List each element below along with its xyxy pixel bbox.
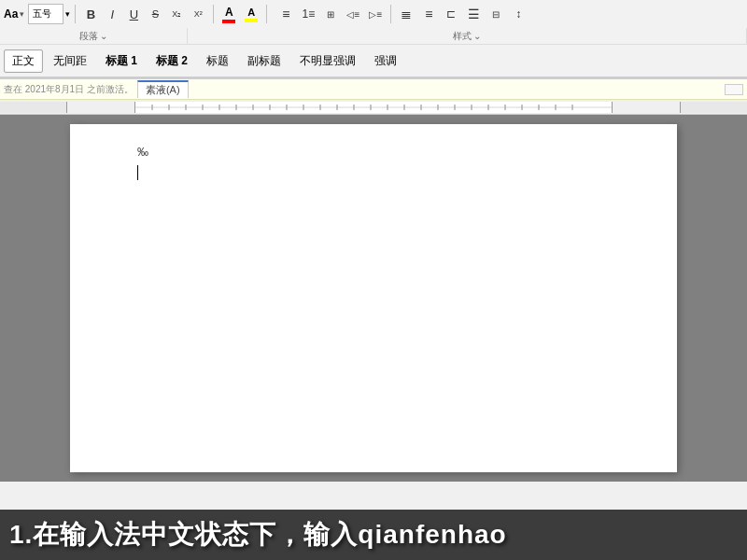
font-color-swatch xyxy=(222,20,235,23)
font-controls: Aa ▾ ▾ B I U S X₂ X² A A xyxy=(4,4,529,24)
font-name-label: Aa xyxy=(4,7,18,21)
list-icons: ≡ 1≡ ⊞ ◁≡ ▷≡ xyxy=(275,4,386,24)
subtitle-bar: 1.在输入法中文状态下，输入qianfenhao xyxy=(0,510,747,560)
style-normal-button[interactable]: 正文 xyxy=(4,49,43,73)
superscript-button[interactable]: X² xyxy=(188,4,208,24)
text-format-icons: B I U S X₂ X² xyxy=(80,4,208,24)
separator-2 xyxy=(213,5,214,23)
bold-button[interactable]: B xyxy=(80,4,101,24)
line-spacing-button[interactable]: ↕ xyxy=(508,4,529,24)
ruler-ticks xyxy=(135,102,612,113)
decrease-indent-button[interactable]: ◁≡ xyxy=(343,4,363,24)
toolbar-row1: Aa ▾ ▾ B I U S X₂ X² A A xyxy=(0,0,747,28)
activation-info-text: 查在 2021年8月1日 之前激活。 xyxy=(4,83,134,96)
style-section-label: 样式 ⌄ xyxy=(188,28,748,44)
separator-3 xyxy=(266,5,267,23)
align-right-button[interactable]: ⊏ xyxy=(441,4,461,24)
section-labels-row: 段落 ⌄ 样式 ⌄ xyxy=(0,28,747,45)
doc-page[interactable]: ‰ xyxy=(70,124,677,472)
highlight-swatch xyxy=(245,19,258,22)
italic-button[interactable]: I xyxy=(102,4,122,24)
scrollbar-right[interactable] xyxy=(725,84,743,95)
cursor-container xyxy=(137,165,610,187)
style-title-button[interactable]: 标题 xyxy=(198,49,237,73)
style-heading1-button[interactable]: 标题 1 xyxy=(97,49,146,73)
style-no-spacing-button[interactable]: 无间距 xyxy=(45,49,95,73)
font-color-button[interactable]: A xyxy=(218,4,239,24)
doc-tab-1[interactable]: 素液(A) xyxy=(137,80,189,98)
strikethrough-button[interactable]: S xyxy=(145,4,165,24)
align-left-button[interactable]: ≣ xyxy=(396,4,416,24)
subscript-button[interactable]: X₂ xyxy=(166,4,187,24)
ruler-inner xyxy=(134,102,613,113)
align-icons: ≣ ≡ ⊏ ☰ ⊟ ↕ xyxy=(396,4,529,24)
separator-4 xyxy=(390,5,391,23)
doc-notification-bar: 查在 2021年8月1日 之前激活。 素液(A) xyxy=(0,79,747,100)
bullets-button[interactable]: ≡ xyxy=(275,4,296,24)
style-em-button[interactable]: 强调 xyxy=(366,49,405,73)
ruler-right-margin xyxy=(680,102,747,113)
ruler xyxy=(0,100,747,115)
font-size-dropdown-icon[interactable]: ▾ xyxy=(65,9,70,19)
style-subtitle-button[interactable]: 副标题 xyxy=(239,49,289,73)
doc-area: ‰ xyxy=(0,115,747,482)
font-size-input[interactable] xyxy=(28,4,63,24)
columns-button[interactable]: ⊟ xyxy=(486,4,506,24)
toolbar-container: Aa ▾ ▾ B I U S X₂ X² A A xyxy=(0,0,747,79)
doc-percent-symbol: ‰ xyxy=(137,143,610,163)
ribbon-styles: 正文 无间距 标题 1 标题 2 标题 副标题 不明显强调 强调 xyxy=(0,45,747,78)
styles-section: 正文 无间距 标题 1 标题 2 标题 副标题 不明显强调 强调 xyxy=(4,47,740,75)
style-heading2-button[interactable]: 标题 2 xyxy=(148,49,196,73)
multilevel-button[interactable]: ⊞ xyxy=(320,4,341,24)
numbering-button[interactable]: 1≡ xyxy=(298,4,318,24)
doc-content[interactable]: ‰ xyxy=(137,143,610,329)
font-dropdown-icon[interactable]: ▾ xyxy=(20,9,24,19)
separator-1 xyxy=(75,5,76,23)
increase-indent-button[interactable]: ▷≡ xyxy=(365,4,386,24)
underline-button[interactable]: U xyxy=(123,4,144,24)
text-cursor xyxy=(137,165,138,180)
justify-button[interactable]: ☰ xyxy=(463,4,484,24)
highlight-color-button[interactable]: A xyxy=(241,4,261,24)
para-section-label: 段落 ⌄ xyxy=(0,28,188,44)
center-button[interactable]: ≡ xyxy=(418,4,439,24)
style-subtle-em-button[interactable]: 不明显强调 xyxy=(291,49,364,73)
subtitle-text: 1.在输入法中文状态下，输入qianfenhao xyxy=(9,517,507,553)
ruler-left-margin xyxy=(0,102,67,113)
